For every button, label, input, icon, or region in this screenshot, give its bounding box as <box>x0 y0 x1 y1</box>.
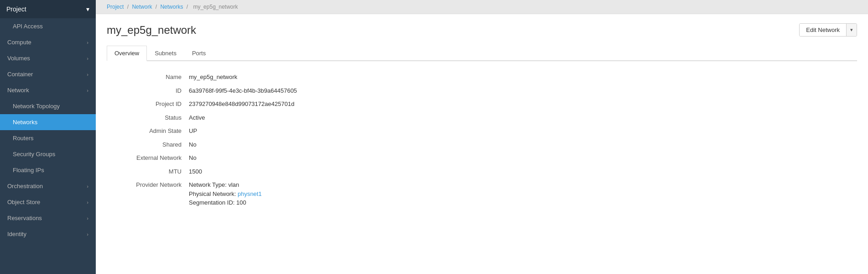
sidebar-item-reservations[interactable]: Reservations› <box>0 210 96 226</box>
sidebar-label-compute: Compute <box>7 39 31 46</box>
breadcrumb-separator: / <box>125 4 130 10</box>
sidebar-arrow-identity: › <box>87 232 88 237</box>
page-title-row: my_ep5g_network Edit Network ▾ <box>107 23 857 37</box>
sidebar-label-object-store: Object Store <box>7 199 40 206</box>
detail-multiline-item: Segmentation ID: 100 <box>189 198 857 207</box>
sidebar-item-identity[interactable]: Identity› <box>0 226 96 242</box>
detail-value: Active <box>189 113 857 122</box>
sidebar-label-routers: Routers <box>13 135 34 142</box>
detail-value: No <box>189 140 857 149</box>
page-title: my_ep5g_network <box>107 24 196 37</box>
sidebar-label-container: Container <box>7 71 33 78</box>
sidebar-item-volumes[interactable]: Volumes› <box>0 50 96 66</box>
detail-label: ID <box>107 86 189 95</box>
project-label: Project <box>6 5 26 13</box>
detail-label: Status <box>107 113 189 122</box>
detail-label: Admin State <box>107 126 189 136</box>
detail-label: Provider Network <box>107 180 189 207</box>
tab-overview[interactable]: Overview <box>107 46 147 61</box>
breadcrumb: Project / Network / Networks / my_ep5g_n… <box>96 0 868 14</box>
sidebar-arrow-reservations: › <box>87 216 88 221</box>
sidebar-item-object-store[interactable]: Object Store› <box>0 194 96 210</box>
sidebar-label-floating-ips: Floating IPs <box>13 167 44 174</box>
sidebar: Project ▾ API Access Compute›Volumes›Con… <box>0 0 96 274</box>
detail-value: 1500 <box>189 167 857 176</box>
content-area: my_ep5g_network Edit Network ▾ OverviewS… <box>96 14 868 274</box>
edit-network-split-button: Edit Network ▾ <box>799 23 857 37</box>
edit-network-button[interactable]: Edit Network <box>800 24 846 36</box>
detail-value: my_ep5g_network <box>189 73 857 82</box>
sidebar-label-network: Network <box>7 87 29 94</box>
detail-row: Admin StateUP <box>107 124 857 138</box>
sidebar-label-networks: Networks <box>13 119 37 126</box>
sidebar-item-compute[interactable]: Compute› <box>0 34 96 50</box>
detail-row: Namemy_ep5g_network <box>107 70 857 84</box>
detail-label: External Network <box>107 153 189 163</box>
project-chevron-icon: ▾ <box>86 5 89 13</box>
detail-label: Project ID <box>107 100 189 109</box>
detail-label: MTU <box>107 167 189 176</box>
sidebar-label-security-groups: Security Groups <box>13 151 55 158</box>
sidebar-arrow-compute: › <box>87 40 88 45</box>
sidebar-item-orchestration[interactable]: Orchestration› <box>0 178 96 194</box>
detail-row: ID6a39768f-99f5-4e3c-bf4b-3b9a64457605 <box>107 84 857 98</box>
sidebar-arrow-object-store: › <box>87 200 88 205</box>
detail-value: UP <box>189 126 857 136</box>
detail-value: Network Type: vlanPhysical Network: phys… <box>189 180 857 207</box>
edit-network-dropdown-arrow[interactable]: ▾ <box>846 24 857 36</box>
breadcrumb-separator: / <box>154 4 158 10</box>
breadcrumb-link-2[interactable]: Networks <box>160 4 183 10</box>
sidebar-arrow-orchestration: › <box>87 184 88 189</box>
sidebar-item-network[interactable]: Network› <box>0 82 96 98</box>
detail-value: 2379270948e848d99073172ae425701d <box>189 100 857 109</box>
project-selector[interactable]: Project ▾ <box>0 0 96 18</box>
sidebar-label-network-topology: Network Topology <box>13 103 60 110</box>
sidebar-arrow-volumes: › <box>87 56 88 61</box>
sidebar-item-networks[interactable]: Networks <box>0 114 96 130</box>
detail-value: 6a39768f-99f5-4e3c-bf4b-3b9a64457605 <box>189 86 857 95</box>
detail-table: Namemy_ep5g_networkID6a39768f-99f5-4e3c-… <box>107 70 857 210</box>
sidebar-arrow-network: › <box>87 88 88 93</box>
sidebar-item-container[interactable]: Container› <box>0 66 96 82</box>
detail-row: StatusActive <box>107 111 857 125</box>
sidebar-label-orchestration: Orchestration <box>7 183 43 190</box>
main-content: Project / Network / Networks / my_ep5g_n… <box>96 0 868 274</box>
breadcrumb-link-1[interactable]: Network <box>132 4 152 10</box>
sidebar-item-network-topology[interactable]: Network Topology <box>0 98 96 114</box>
api-access-label: API Access <box>13 23 43 30</box>
breadcrumb-separator: / <box>185 4 189 10</box>
detail-row: Provider NetworkNetwork Type: vlanPhysic… <box>107 178 857 210</box>
sidebar-label-identity: Identity <box>7 231 26 237</box>
detail-multiline-item: Network Type: vlan <box>189 180 857 190</box>
detail-value: No <box>189 153 857 163</box>
sidebar-arrow-container: › <box>87 72 88 77</box>
breadcrumb-current: my_ep5g_network <box>193 4 238 10</box>
sidebar-item-api-access[interactable]: API Access <box>0 18 96 34</box>
tab-ports[interactable]: Ports <box>184 46 213 61</box>
sidebar-item-security-groups[interactable]: Security Groups <box>0 146 96 162</box>
sidebar-item-floating-ips[interactable]: Floating IPs <box>0 162 96 178</box>
detail-row: MTU1500 <box>107 165 857 179</box>
breadcrumb-link-0[interactable]: Project <box>107 4 124 10</box>
detail-label: Name <box>107 73 189 82</box>
sidebar-label-volumes: Volumes <box>7 55 30 62</box>
sidebar-item-routers[interactable]: Routers <box>0 130 96 146</box>
detail-row: External NetworkNo <box>107 151 857 165</box>
detail-multiline-item: Physical Network: physnet1 <box>189 190 857 199</box>
detail-row: SharedNo <box>107 138 857 152</box>
detail-label: Shared <box>107 140 189 149</box>
tabs-bar: OverviewSubnetsPorts <box>107 46 857 61</box>
tab-subnets[interactable]: Subnets <box>147 46 184 61</box>
detail-row: Project ID2379270948e848d99073172ae42570… <box>107 97 857 111</box>
sidebar-label-reservations: Reservations <box>7 215 42 221</box>
provider-network-link[interactable]: physnet1 <box>238 190 262 197</box>
